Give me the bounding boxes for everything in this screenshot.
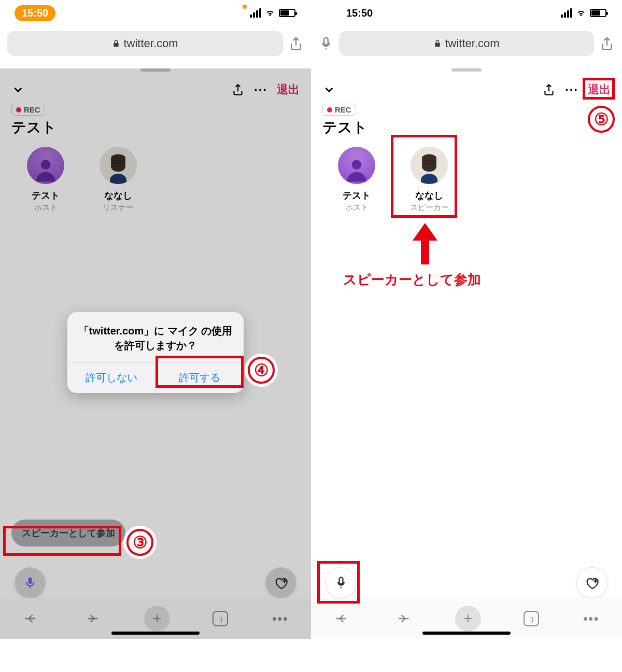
- annotation-number-3: ③: [126, 529, 153, 556]
- avatar: [100, 147, 137, 184]
- bottom-controls: [311, 567, 622, 598]
- mic-permission-alert: 「twitter.com」に マイク の使用を許可しますか？ 許可しない 許可す…: [67, 312, 244, 393]
- react-button[interactable]: [576, 567, 607, 598]
- space-topbar: ··· 退出: [311, 72, 622, 101]
- status-bar: 15:50: [0, 0, 311, 26]
- status-time: 15:50: [15, 5, 55, 21]
- app-area: ··· 退出 REC テスト テスト ホスト ななし リスナー スピーカーとして…: [0, 68, 311, 639]
- exit-button[interactable]: 退出: [588, 82, 611, 97]
- mic-button[interactable]: [15, 567, 46, 598]
- chevron-down-icon[interactable]: [322, 83, 336, 96]
- avatar: [411, 147, 448, 184]
- participant-user[interactable]: ななし リスナー: [92, 147, 144, 213]
- alert-title: 「twitter.com」に マイク の使用を許可しますか？: [67, 312, 244, 362]
- avatar: [27, 147, 64, 184]
- lock-icon: [433, 39, 442, 48]
- nav-more-icon[interactable]: •••: [271, 609, 290, 628]
- share-space-icon[interactable]: [542, 83, 556, 96]
- app-area: ··· 退出 REC テスト テスト ホスト ななし スピーカー: [311, 68, 622, 639]
- nav-tabs-icon[interactable]: :): [213, 611, 228, 626]
- annotation-caption: スピーカーとして参加: [343, 271, 481, 289]
- home-indicator: [111, 632, 200, 635]
- url-bar[interactable]: twitter.com: [339, 31, 594, 56]
- space-topbar: ··· 退出: [0, 72, 311, 101]
- exit-button[interactable]: 退出: [277, 82, 300, 97]
- phone-right: 15:50 twitter.com ··· 退出 REC テスト: [311, 0, 622, 672]
- avatar: [338, 147, 375, 184]
- more-icon[interactable]: ···: [254, 82, 267, 97]
- wifi-icon: [575, 8, 587, 18]
- status-icons: [243, 8, 295, 18]
- home-indicator: [422, 632, 511, 635]
- nav-newtab-button[interactable]: +: [455, 606, 481, 632]
- status-time: 15:50: [326, 7, 373, 19]
- battery-icon: [590, 9, 606, 17]
- mic-button[interactable]: [326, 567, 357, 598]
- annotation-arrow-icon: [413, 223, 437, 264]
- safari-url-row: twitter.com: [0, 26, 311, 63]
- participant-host[interactable]: テスト ホスト: [20, 147, 72, 213]
- url-text: twitter.com: [445, 37, 499, 50]
- cellular-icon: [561, 8, 572, 18]
- safari-mic-icon[interactable]: [318, 36, 334, 51]
- participants: テスト ホスト ななし リスナー: [0, 147, 311, 213]
- annotation-number-5: ⑤: [588, 106, 615, 133]
- annotation-number-4: ④: [248, 357, 275, 384]
- share-icon[interactable]: [599, 36, 615, 51]
- participant-host[interactable]: テスト ホスト: [331, 147, 383, 213]
- bottom-controls: [0, 567, 311, 598]
- alert-allow-button[interactable]: 許可する: [156, 362, 244, 393]
- cellular-icon: [250, 8, 261, 18]
- nav-back-icon[interactable]: [332, 609, 351, 628]
- svg-point-3: [352, 160, 362, 170]
- phone-left: 15:50 twitter.com ··· 退出 REC テスト: [0, 0, 311, 672]
- share-icon[interactable]: [288, 36, 304, 51]
- safari-url-row: twitter.com: [311, 26, 622, 63]
- chevron-down-icon[interactable]: [11, 83, 25, 96]
- participant-user[interactable]: ななし スピーカー: [403, 147, 455, 213]
- nav-newtab-button[interactable]: +: [144, 606, 170, 632]
- status-bar: 15:50: [311, 0, 622, 26]
- alert-deny-button[interactable]: 許可しない: [67, 362, 156, 393]
- rec-badge: REC: [11, 104, 45, 116]
- nav-back-icon[interactable]: [21, 609, 40, 628]
- share-space-icon[interactable]: [231, 83, 245, 96]
- rec-dot-icon: [16, 107, 21, 113]
- svg-point-0: [41, 160, 51, 170]
- wifi-icon: [264, 8, 276, 18]
- nav-forward-icon[interactable]: [83, 609, 102, 628]
- participants: テスト ホスト ななし スピーカー: [311, 147, 622, 213]
- lock-icon: [112, 39, 120, 48]
- battery-icon: [279, 9, 295, 17]
- url-text: twitter.com: [123, 37, 178, 50]
- more-icon[interactable]: ···: [565, 82, 578, 97]
- nav-more-icon[interactable]: •••: [582, 609, 601, 628]
- nav-forward-icon[interactable]: [394, 609, 413, 628]
- rec-badge: REC: [322, 104, 356, 116]
- join-as-speaker-button[interactable]: スピーカーとして参加: [11, 520, 125, 547]
- recording-dot-icon: [243, 5, 247, 9]
- space-title: テスト: [311, 116, 622, 147]
- react-button[interactable]: [265, 567, 296, 598]
- nav-tabs-icon[interactable]: :): [524, 611, 539, 626]
- status-icons: [561, 8, 606, 18]
- url-bar[interactable]: twitter.com: [7, 31, 283, 56]
- space-title: テスト: [0, 116, 311, 147]
- rec-dot-icon: [327, 107, 332, 113]
